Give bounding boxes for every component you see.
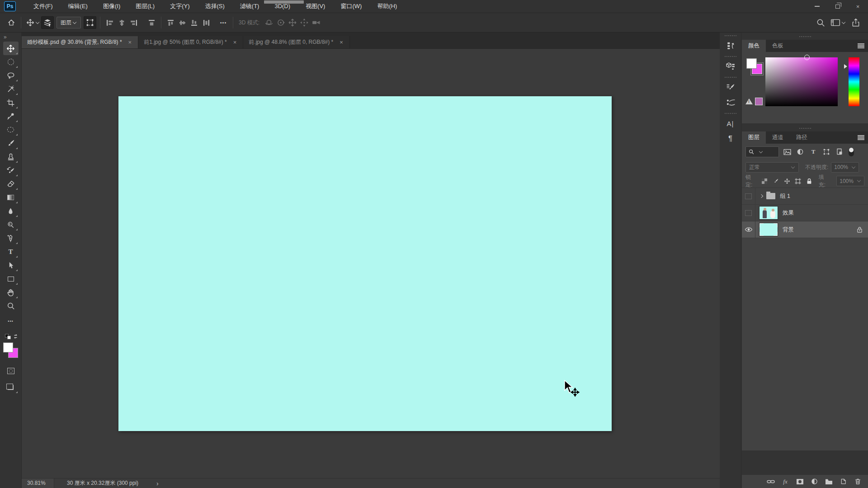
- color-picker-handle[interactable]: [804, 55, 810, 60]
- align-horizontal-centers-button[interactable]: [116, 16, 127, 29]
- layer-name[interactable]: 效果: [783, 209, 794, 217]
- panel-grip[interactable]: [799, 36, 811, 37]
- magic-wand-tool[interactable]: [3, 82, 19, 96]
- auto-select-toggle[interactable]: [41, 16, 54, 29]
- auto-select-target-dropdown[interactable]: 图层: [57, 17, 81, 28]
- document-tab-1[interactable]: 婚纱模板.psd @ 30.8% (背景, RGB/8) * ×: [22, 36, 138, 48]
- clone-stamp-tool[interactable]: [3, 150, 19, 164]
- new-group-button[interactable]: [824, 477, 834, 487]
- path-selection-tool[interactable]: [3, 258, 19, 272]
- lasso-tool[interactable]: [3, 69, 19, 82]
- menu-file[interactable]: 文件(F): [26, 0, 61, 13]
- distribute-vertical-button[interactable]: [200, 16, 212, 29]
- history-panel-button[interactable]: [722, 38, 739, 53]
- filter-type-dropdown[interactable]: [745, 146, 779, 157]
- panel-grip[interactable]: [799, 128, 811, 129]
- menu-filter[interactable]: 滤镜(T): [232, 0, 267, 13]
- menu-edit[interactable]: 编辑(E): [61, 0, 95, 13]
- add-mask-button[interactable]: [795, 477, 805, 487]
- paragraph-panel-button[interactable]: ¶: [722, 131, 739, 146]
- edit-toolbar-button[interactable]: •••: [3, 314, 19, 328]
- home-button[interactable]: [5, 16, 17, 29]
- distribute-horizontal-button[interactable]: [146, 16, 157, 29]
- lock-artboard-button[interactable]: [794, 177, 802, 185]
- filter-pixel-layers-button[interactable]: [782, 147, 792, 157]
- rectangle-tool[interactable]: [3, 272, 19, 286]
- fill-field[interactable]: 100%: [836, 176, 864, 186]
- menu-view[interactable]: 视图(V): [298, 0, 333, 13]
- tab-close-icon[interactable]: ×: [232, 39, 238, 46]
- eyedropper-tool[interactable]: [3, 109, 19, 123]
- link-layers-button[interactable]: [766, 477, 776, 487]
- layer-thumbnail[interactable]: [759, 206, 778, 220]
- show-transform-controls-toggle[interactable]: [84, 16, 96, 29]
- menu-image[interactable]: 图像(I): [95, 0, 128, 13]
- history-brush-tool[interactable]: [3, 164, 19, 177]
- pen-tool[interactable]: [3, 231, 19, 245]
- default-swap-colors[interactable]: [3, 333, 19, 341]
- properties-panel-button[interactable]: [722, 59, 739, 74]
- filter-smart-objects-button[interactable]: [835, 147, 844, 157]
- zoom-level-field[interactable]: 30.81%: [22, 479, 54, 488]
- menu-3d[interactable]: 3D(D): [267, 0, 298, 13]
- photoshop-logo[interactable]: Ps: [4, 1, 16, 11]
- crop-tool[interactable]: [3, 96, 19, 109]
- canvas[interactable]: [118, 96, 612, 431]
- lock-transparency-button[interactable]: [761, 177, 769, 185]
- close-button[interactable]: ×: [848, 0, 868, 13]
- layer-row-group-1[interactable]: 组 1: [742, 188, 868, 205]
- visibility-toggle[interactable]: [742, 188, 755, 204]
- tab-paths[interactable]: 路径: [790, 131, 814, 144]
- menu-select[interactable]: 选择(S): [197, 0, 232, 13]
- brush-settings-panel-button[interactable]: [722, 80, 739, 95]
- lock-position-button[interactable]: [783, 177, 791, 185]
- tab-close-icon[interactable]: ×: [127, 39, 133, 46]
- toolbar-collapse-button[interactable]: »: [0, 33, 21, 42]
- tab-layers[interactable]: 图层: [742, 131, 766, 144]
- move-tool[interactable]: [3, 42, 19, 55]
- restore-button[interactable]: [827, 0, 848, 13]
- share-button[interactable]: [850, 16, 862, 29]
- opacity-field[interactable]: 100%: [831, 162, 859, 173]
- foreground-color-swatch[interactable]: [3, 343, 13, 352]
- eraser-tool[interactable]: [3, 177, 19, 191]
- document-tab-3[interactable]: 前.jpg @ 48.8% (图层 0, RGB/8#) * ×: [243, 36, 350, 48]
- dodge-tool[interactable]: [3, 218, 19, 231]
- layer-name[interactable]: 组 1: [780, 192, 790, 200]
- saturation-brightness-field[interactable]: [765, 57, 838, 106]
- group-expand-chevron-icon[interactable]: [760, 194, 763, 198]
- align-right-edges-button[interactable]: [127, 16, 139, 29]
- filter-adjustment-layers-button[interactable]: [795, 147, 805, 157]
- menu-help[interactable]: 帮助(H): [369, 0, 405, 13]
- gradient-tool[interactable]: [3, 191, 19, 204]
- move-tool-option-button[interactable]: [25, 16, 41, 29]
- panel-menu-icon[interactable]: [858, 135, 864, 140]
- adjustment-layer-button[interactable]: [809, 477, 819, 487]
- lock-pixels-button[interactable]: [772, 177, 779, 185]
- tab-close-icon[interactable]: ×: [339, 39, 344, 46]
- hand-tool[interactable]: [3, 286, 19, 299]
- screen-mode-button[interactable]: [3, 380, 19, 394]
- search-button[interactable]: [815, 16, 826, 29]
- lock-all-button[interactable]: [806, 177, 813, 185]
- align-bottom-edges-button[interactable]: [189, 16, 200, 29]
- filter-type-layers-button[interactable]: T: [808, 147, 818, 157]
- character-panel-button[interactable]: A|: [722, 116, 739, 131]
- blend-mode-dropdown[interactable]: 正常: [745, 162, 799, 173]
- quick-mask-button[interactable]: [3, 364, 19, 378]
- visibility-toggle[interactable]: [742, 205, 755, 221]
- layer-row-background[interactable]: 背景: [742, 221, 868, 238]
- align-top-edges-button[interactable]: [165, 16, 177, 29]
- delete-layer-button[interactable]: [853, 477, 863, 487]
- more-align-options-button[interactable]: •••: [217, 16, 229, 29]
- layer-style-button[interactable]: fx: [780, 477, 790, 487]
- tab-swatches[interactable]: 色板: [766, 40, 790, 52]
- filter-shape-layers-button[interactable]: [821, 147, 831, 157]
- dock-grip[interactable]: [725, 35, 736, 36]
- healing-patch-tool[interactable]: [3, 123, 19, 136]
- layer-row-effect[interactable]: 效果: [742, 205, 868, 221]
- align-vertical-centers-button[interactable]: [177, 16, 189, 29]
- layer-name[interactable]: 背景: [783, 226, 794, 234]
- zoom-tool[interactable]: [3, 299, 19, 313]
- new-layer-button[interactable]: [838, 477, 848, 487]
